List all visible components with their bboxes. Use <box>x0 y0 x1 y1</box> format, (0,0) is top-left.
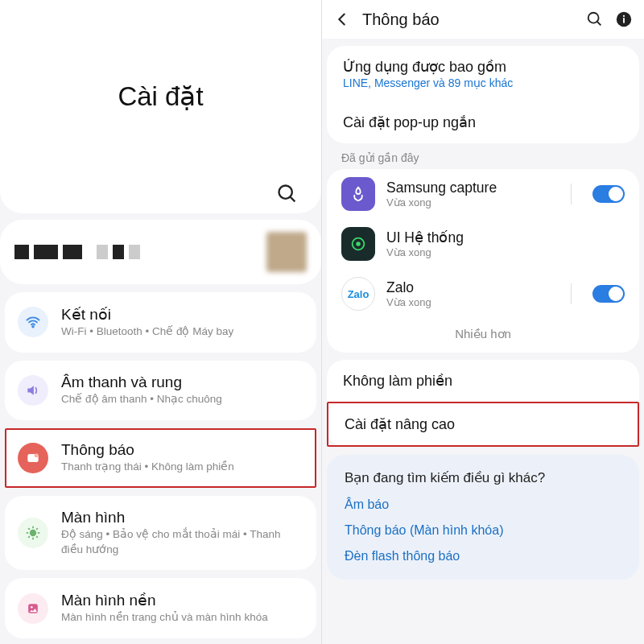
app-sub: Vừa xong <box>386 196 559 208</box>
row-title: Ứng dụng được bao gồm <box>343 58 623 76</box>
included-apps-row[interactable]: Ứng dụng được bao gồm LINE, Messenger và… <box>327 46 639 101</box>
app-row-samsung-capture[interactable]: Samsung capture Vừa xong <box>327 169 639 219</box>
header-title: Thông báo <box>362 10 575 29</box>
advanced-section: Không làm phiền Cài đặt nâng cao <box>327 360 639 447</box>
footer-link[interactable]: Thông báo (Màn hình khóa) <box>345 523 621 538</box>
item-title: Màn hình <box>61 509 303 526</box>
more-button[interactable]: Nhiều hơn <box>327 319 639 353</box>
svg-line-17 <box>597 22 601 26</box>
back-icon[interactable] <box>333 10 351 28</box>
svg-point-15 <box>31 606 33 609</box>
display-icon <box>18 518 48 548</box>
app-row-system-ui[interactable]: UI Hệ thống Vừa xong <box>327 219 639 269</box>
settings-item-notifications[interactable]: Thông báo Thanh trạng thái • Không làm p… <box>5 428 316 488</box>
recent-label: Đã gửi gần đây <box>322 143 644 167</box>
item-sub: Wi-Fi • Bluetooth • Chế độ Máy bay <box>61 324 303 340</box>
notifications-settings-pane: Thông báo Ứng dụng được bao gồm LINE, Me… <box>322 0 644 644</box>
looking-for-card: Bạn đang tìm kiếm điều gì khác? Âm báo T… <box>327 455 639 580</box>
svg-line-10 <box>28 528 30 530</box>
account-row-blurred[interactable] <box>0 220 321 284</box>
sound-icon <box>18 375 48 406</box>
app-icon: Zalo <box>341 277 375 311</box>
app-name: Samsung capture <box>386 180 559 196</box>
row-title: Không làm phiền <box>343 372 452 390</box>
footer-title: Bạn đang tìm kiếm điều gì khác? <box>345 469 621 486</box>
app-icon <box>341 177 375 211</box>
app-name: Zalo <box>386 279 559 296</box>
app-sub: Vừa xong <box>386 246 625 258</box>
footer-link[interactable]: Đèn flash thông báo <box>345 549 621 564</box>
item-sub: Màn hình nền trang chủ và màn hình khóa <box>61 610 303 625</box>
notification-icon <box>18 443 48 473</box>
wallpaper-icon <box>18 593 48 624</box>
item-title: Thông báo <box>61 441 303 459</box>
hero: Cài đặt <box>0 0 321 213</box>
page-title: Cài đặt <box>0 80 321 112</box>
dnd-row[interactable]: Không làm phiền <box>327 360 639 402</box>
header: Thông báo <box>322 0 644 39</box>
svg-line-12 <box>36 528 38 530</box>
included-apps-section: Ứng dụng được bao gồm LINE, Messenger và… <box>327 46 639 143</box>
app-row-zalo[interactable]: Zalo Zalo Vừa xong <box>327 269 639 319</box>
item-title: Kết nối <box>61 305 303 324</box>
divider <box>571 283 572 304</box>
app-sub: Vừa xong <box>386 296 559 308</box>
search-icon[interactable] <box>586 10 604 28</box>
svg-line-13 <box>28 536 30 538</box>
footer-link[interactable]: Âm báo <box>345 497 621 512</box>
settings-item-sound[interactable]: Âm thanh và rung Chế độ âm thanh • Nhạc … <box>5 361 316 420</box>
search-icon[interactable] <box>276 183 299 205</box>
svg-point-2 <box>32 326 34 328</box>
brief-popup-row[interactable]: Cài đặt pop-up ngắn <box>327 101 639 143</box>
wifi-icon <box>18 307 48 337</box>
settings-item-wallpaper[interactable]: Màn hình nền Màn hình nền trang chủ và m… <box>5 578 316 638</box>
row-title: Cài đặt pop-up ngắn <box>343 114 623 131</box>
settings-item-connections[interactable]: Kết nối Wi-Fi • Bluetooth • Chế độ Máy b… <box>5 292 316 353</box>
item-sub: Thanh trạng thái • Không làm phiền <box>61 460 303 475</box>
settings-main-pane: Cài đặt Kết nối Wi-Fi • Bluetooth • Chế … <box>0 0 322 644</box>
settings-item-display[interactable]: Màn hình Độ sáng • Bảo vệ cho mắt thoải … <box>5 496 316 571</box>
settings-list: Kết nối Wi-Fi • Bluetooth • Chế độ Máy b… <box>0 284 321 644</box>
item-title: Màn hình nền <box>61 591 303 609</box>
svg-line-1 <box>291 197 295 202</box>
app-name: UI Hệ thống <box>386 229 625 246</box>
row-sub: LINE, Messenger và 89 mục khác <box>343 76 623 89</box>
svg-line-11 <box>36 536 38 538</box>
item-sub: Chế độ âm thanh • Nhạc chuông <box>61 392 303 407</box>
svg-point-16 <box>588 13 599 23</box>
app-icon-label: Zalo <box>348 288 369 300</box>
avatar <box>266 232 307 272</box>
recent-apps-section: Samsung capture Vừa xong UI Hệ thống Vừa… <box>327 169 639 353</box>
item-title: Âm thanh và rung <box>61 374 303 391</box>
svg-point-20 <box>623 15 625 17</box>
item-sub: Độ sáng • Bảo vệ cho mắt thoải mái • Tha… <box>61 527 303 558</box>
divider <box>571 184 572 204</box>
svg-point-0 <box>279 186 292 199</box>
toggle-on[interactable] <box>592 285 625 303</box>
svg-point-4 <box>35 453 39 457</box>
svg-point-5 <box>31 530 36 536</box>
row-title: Cài đặt nâng cao <box>345 415 455 433</box>
svg-point-22 <box>356 242 361 246</box>
svg-rect-19 <box>623 18 625 23</box>
app-icon <box>341 227 375 261</box>
info-icon[interactable] <box>615 10 633 28</box>
advanced-settings-row[interactable]: Cài đặt nâng cao <box>327 402 639 447</box>
toggle-on[interactable] <box>592 185 625 203</box>
